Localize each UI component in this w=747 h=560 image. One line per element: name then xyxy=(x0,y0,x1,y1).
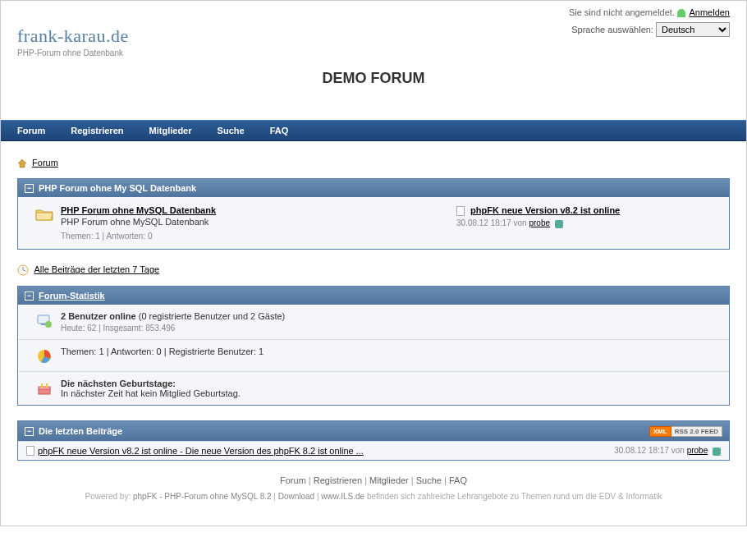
logo-title: frank-karau.de xyxy=(17,25,129,47)
footer-download-link[interactable]: Download xyxy=(278,492,314,501)
pie-chart-icon xyxy=(36,348,53,365)
users-online-icon xyxy=(36,313,53,329)
rss-feed-badge: RSS 2.0 FEED xyxy=(671,426,722,437)
svg-rect-8 xyxy=(46,383,48,388)
forum-row: PHP Forum ohne MySQL Datenbank PHP Forum… xyxy=(18,197,729,249)
home-icon xyxy=(17,158,27,168)
visit-counts: Heute: 62 | Insgesamt: 853.496 xyxy=(61,324,719,333)
latest-post-row: phpFK neue Version v8.2 ist online - Die… xyxy=(18,441,729,460)
nav-members[interactable]: Mitglieder xyxy=(149,126,192,135)
nav-faq[interactable]: FAQ xyxy=(270,126,289,135)
user-icon xyxy=(677,9,685,17)
svg-point-3 xyxy=(45,321,52,328)
logo-subtitle: PHP-Forum ohne Datenbank xyxy=(17,48,129,57)
rss-link[interactable]: XMLRSS 2.0 FEED xyxy=(649,425,722,437)
goto-icon[interactable] xyxy=(713,448,721,456)
category-panel: − PHP Forum ohne My SQL Datenbank PHP Fo… xyxy=(17,178,730,250)
footer-nav-search[interactable]: Suche xyxy=(416,475,442,485)
stat-counts-row: Themen: 1 | Antworten: 0 | Registrierte … xyxy=(18,339,729,371)
stat-birthday-row: Die nächsten Geburtstage: In nächster Ze… xyxy=(18,371,729,405)
page-icon xyxy=(26,446,34,456)
nav-forum[interactable]: Forum xyxy=(17,126,45,135)
forum-meta: Themen: 1 | Antworten: 0 xyxy=(61,232,456,241)
footer-ils-link[interactable]: www.ILS.de xyxy=(321,492,364,501)
rss-xml-badge: XML xyxy=(649,426,671,437)
collapse-icon[interactable]: − xyxy=(25,184,34,193)
forum-description: PHP Forum ohne MySQL Datenbank xyxy=(61,217,456,227)
site-logo[interactable]: frank-karau.de PHP-Forum ohne Datenbank xyxy=(17,25,129,57)
latest-post-user[interactable]: probe xyxy=(687,446,708,455)
birthday-text: In nächster Zeit hat kein Mitglied Gebur… xyxy=(61,388,719,398)
latest-post-time: 30.08.12 18:17 von xyxy=(614,446,686,455)
forum-counts: Themen: 1 | Antworten: 0 | Registrierte … xyxy=(61,347,719,356)
latest-posts-header: − Die letzten Beiträge XMLRSS 2.0 FEED xyxy=(18,421,729,441)
footer-nav: Forum | Registrieren | Mitglieder | Such… xyxy=(17,475,730,485)
clock-icon xyxy=(17,264,29,276)
main-navbar: Forum Registrieren Mitglieder Suche FAQ xyxy=(1,120,746,141)
nav-search[interactable]: Suche xyxy=(218,126,245,135)
goto-icon[interactable] xyxy=(555,220,563,228)
footer-product-link[interactable]: phpFK - PHP-Forum ohne MySQL 8.2 xyxy=(133,492,272,501)
latest-post-link[interactable]: phpFK neue Version v8.2 ist online - Die… xyxy=(38,446,364,456)
footer-credits: Powered by: phpFK - PHP-Forum ohne MySQL… xyxy=(17,492,730,501)
last-post-link[interactable]: phpFK neue Version v8.2 ist online xyxy=(470,205,620,215)
breadcrumb: Forum xyxy=(17,158,730,168)
collapse-icon[interactable]: − xyxy=(25,427,34,436)
latest-posts-panel: − Die letzten Beiträge XMLRSS 2.0 FEED p… xyxy=(17,420,730,461)
statistics-panel: − Forum-Statistik 2 Benutzer online (0 r… xyxy=(17,286,730,406)
footer-nav-forum[interactable]: Forum xyxy=(280,475,306,485)
not-logged-in-text: Sie sind nicht angemeldet. xyxy=(569,7,675,17)
online-detail: (0 registrierte Benutzer und 2 Gäste) xyxy=(136,311,286,321)
last-post-user[interactable]: probe xyxy=(529,218,550,227)
statistics-title-link[interactable]: Forum-Statistik xyxy=(39,291,105,301)
folder-icon xyxy=(35,207,53,222)
login-status-row: Sie sind nicht angemeldet. Anmelden xyxy=(17,7,730,17)
language-select[interactable]: Deutsch xyxy=(656,22,730,37)
birthday-icon xyxy=(36,380,53,397)
footer-nav-faq[interactable]: FAQ xyxy=(449,475,467,485)
recent-posts-row: Alle Beiträge der letzten 7 Tage xyxy=(17,264,730,276)
svg-rect-6 xyxy=(39,387,50,389)
category-header: − PHP Forum ohne My SQL Datenbank xyxy=(18,179,729,197)
birthday-title: Die nächsten Geburtstage: xyxy=(61,379,176,388)
page-title: DEMO FORUM xyxy=(17,70,730,87)
login-link[interactable]: Anmelden xyxy=(689,7,730,17)
page-icon xyxy=(456,206,465,216)
statistics-header: − Forum-Statistik xyxy=(18,287,729,305)
breadcrumb-forum[interactable]: Forum xyxy=(32,158,58,168)
footer-nav-register[interactable]: Registrieren xyxy=(314,475,362,485)
latest-posts-title: Die letzten Beiträge xyxy=(39,426,649,436)
collapse-icon[interactable]: − xyxy=(25,291,34,301)
online-count: 2 Benutzer online xyxy=(61,311,136,321)
recent-7-days-link[interactable]: Alle Beiträge der letzten 7 Tage xyxy=(34,264,159,274)
footer-nav-members[interactable]: Mitglieder xyxy=(369,475,409,485)
forum-name-link[interactable]: PHP Forum ohne MySQL Datenbank xyxy=(61,205,216,215)
category-title: PHP Forum ohne My SQL Datenbank xyxy=(39,183,196,193)
last-post-time: 30.08.12 18:17 von xyxy=(456,218,529,227)
language-label: Sprache auswählen: xyxy=(571,25,653,34)
svg-rect-7 xyxy=(41,383,43,388)
stat-online-row: 2 Benutzer online (0 registrierte Benutz… xyxy=(18,305,729,339)
nav-register[interactable]: Registrieren xyxy=(71,126,123,135)
